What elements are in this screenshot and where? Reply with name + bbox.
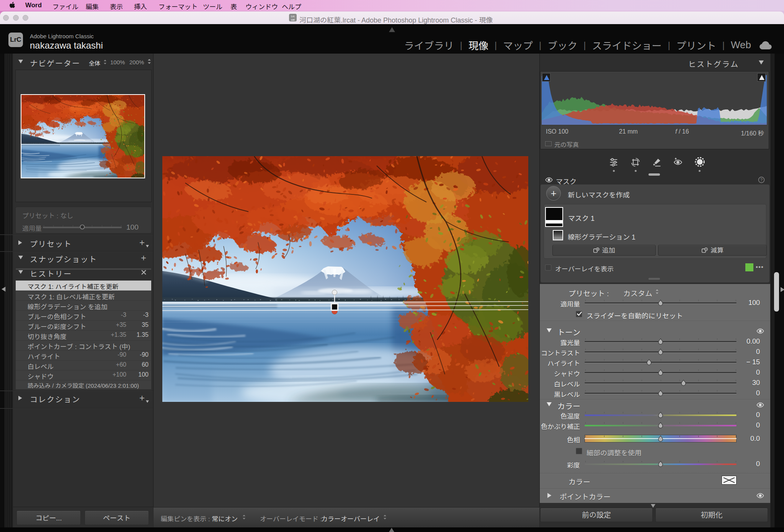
svg-text:?: ? <box>760 178 763 182</box>
